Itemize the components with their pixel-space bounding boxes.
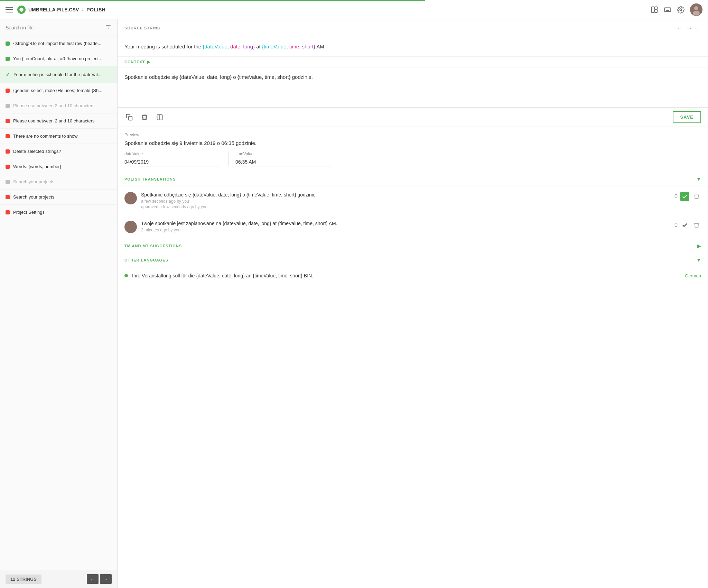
tm-mt-toggle-icon: ▶ xyxy=(697,243,701,249)
translation-entry-actions: 0 xyxy=(671,192,701,201)
string-list-item[interactable]: Please use between 2 and 10 characters xyxy=(0,98,117,113)
other-languages-list: Ihre Veranstaltung soll für die {dateVal… xyxy=(118,267,708,284)
string-item-text: You {itemCount, plural, =0 {have no proj… xyxy=(13,56,112,61)
translation-entry-actions: 0 xyxy=(671,221,701,230)
copy-source-button[interactable] xyxy=(124,112,134,122)
approve-button[interactable] xyxy=(680,192,689,201)
status-dot xyxy=(6,104,10,108)
breadcrumb-separator: › xyxy=(82,6,84,13)
translation-time: 2 minutes ago by you xyxy=(141,228,667,232)
status-dot xyxy=(6,42,10,46)
source-text-plain: Your meeting is scheduled for the xyxy=(124,44,203,49)
string-list-item[interactable]: Words: {words, number} xyxy=(0,159,117,174)
string-list-item[interactable]: You {itemCount, plural, =0 {have no proj… xyxy=(0,51,117,66)
strings-count: 12 STRINGS xyxy=(6,575,41,584)
svg-point-10 xyxy=(680,9,682,11)
translation-approval: approved a few seconds ago by you xyxy=(141,204,667,209)
string-list-item[interactable]: Search your projects xyxy=(0,174,117,190)
polish-translations-toggle-icon: ▼ xyxy=(696,176,701,182)
param-input[interactable] xyxy=(235,158,332,166)
string-item-text: Words: {words, number} xyxy=(13,164,112,169)
keyboard-icon[interactable] xyxy=(664,6,671,13)
delete-translation-button[interactable] xyxy=(692,192,701,201)
param-label: dateValue xyxy=(124,151,221,156)
source-text-variable: {timeValue, xyxy=(262,44,288,49)
source-string-text: Your meeting is scheduled for the {dateV… xyxy=(118,37,708,57)
string-item-text: Delete selected strings? xyxy=(13,149,112,154)
user-avatar[interactable] xyxy=(690,3,702,16)
string-list-item[interactable]: {gender, select, male {He uses} female {… xyxy=(0,83,117,98)
svg-point-0 xyxy=(19,8,24,12)
translation-entry-meta: a few seconds ago by you approved a few … xyxy=(141,199,667,209)
status-dot xyxy=(6,134,10,138)
translation-input[interactable]: Spotkanie odbędzie się {dateValue, date,… xyxy=(124,73,701,101)
string-list-item[interactable]: Search your projects xyxy=(0,190,117,205)
translation-entry: Spotkanie odbędzie się {dateValue, date,… xyxy=(118,186,708,215)
string-list-item[interactable]: Please use between 2 and 10 characters xyxy=(0,113,117,129)
status-dot xyxy=(6,180,10,184)
preview-section: Preview Spotkanie odbędzie się 9 kwietni… xyxy=(118,127,708,172)
sidebar: <strong>Do not import the first row (hea… xyxy=(0,19,118,588)
string-list-item[interactable]: Project Settings xyxy=(0,205,117,220)
search-input[interactable] xyxy=(6,25,102,30)
topbar: UMBRELLA-FILE.CSV › POLISH xyxy=(0,0,708,19)
translator-avatar xyxy=(124,192,137,204)
translation-entry-text: Twoje spotkanie jest zaplanowane na {dat… xyxy=(141,221,667,226)
translation-entry: Twoje spotkanie jest zaplanowane na {dat… xyxy=(118,215,708,239)
search-bar xyxy=(0,19,117,36)
more-options-icon[interactable]: ⋮ xyxy=(695,24,701,32)
prev-source-icon[interactable]: ← xyxy=(677,25,683,32)
source-text-variable: {dateValue, xyxy=(203,44,229,49)
prev-string-button[interactable]: ← xyxy=(87,574,99,584)
tm-mt-header[interactable]: TM AND MT SUGGESTIONS ▶ xyxy=(118,239,708,253)
delete-translation-button[interactable] xyxy=(140,112,149,122)
string-item-text: Please use between 2 and 10 characters xyxy=(13,118,112,123)
approve-button[interactable] xyxy=(680,221,689,230)
progress-bar xyxy=(0,0,425,1)
lang-tag[interactable]: German xyxy=(685,273,701,278)
logo xyxy=(17,6,26,14)
translation-area: Spotkanie odbędzie się {dateValue, date,… xyxy=(118,67,708,108)
settings-icon[interactable] xyxy=(677,6,684,13)
context-row[interactable]: CONTEXT ▶ xyxy=(118,57,708,67)
source-text-plain: AM. xyxy=(315,44,326,49)
status-dot xyxy=(6,89,10,93)
sidebar-footer: 12 STRINGS ← → xyxy=(0,570,117,588)
next-string-button[interactable]: → xyxy=(100,574,112,584)
string-item-text: Search your projects xyxy=(13,194,112,200)
lang-status-dot xyxy=(124,274,128,277)
context-expand-icon: ▶ xyxy=(147,59,150,64)
source-text-plain: at xyxy=(255,44,262,49)
param-label: timeValue xyxy=(235,151,332,156)
source-string-label: SOURCE STRING xyxy=(124,26,677,30)
polish-translations-label: POLISH TRANSLATIONS xyxy=(124,177,696,181)
string-item-text: Please use between 2 and 10 characters xyxy=(13,103,112,108)
next-source-icon[interactable]: → xyxy=(686,25,692,32)
string-list-item[interactable]: ✓Your meeting is scheduled for the {date… xyxy=(0,66,117,83)
other-languages-toggle-icon: ▼ xyxy=(696,257,701,263)
param-input[interactable] xyxy=(124,158,221,166)
layout-icon[interactable] xyxy=(651,6,658,13)
delete-translation-button[interactable] xyxy=(692,221,701,230)
preview-text: Spotkanie odbędzie się 9 kwietnia 2019 o… xyxy=(124,140,701,146)
string-item-text: <strong>Do not import the first row (hea… xyxy=(13,41,112,46)
other-lang-entry: Ihre Veranstaltung soll für die {dateVal… xyxy=(118,267,708,284)
svg-rect-1 xyxy=(652,7,654,12)
save-button[interactable]: SAVE xyxy=(673,111,701,123)
preview-label: Preview xyxy=(124,132,701,137)
string-list-item[interactable]: <strong>Do not import the first row (hea… xyxy=(0,36,117,51)
tm-mt-label: TM AND MT SUGGESTIONS xyxy=(124,244,697,248)
filter-icon[interactable] xyxy=(105,24,112,31)
svg-point-12 xyxy=(694,6,698,10)
other-languages-header[interactable]: OTHER LANGUAGES ▼ xyxy=(118,253,708,267)
split-view-button[interactable] xyxy=(155,112,165,122)
source-text-variable: long} xyxy=(243,44,255,49)
string-list-item[interactable]: Delete selected strings? xyxy=(0,144,117,159)
source-text-variable: time, xyxy=(289,44,301,49)
translation-time: a few seconds ago by you xyxy=(141,199,667,204)
content-panel: SOURCE STRING ← → ⋮ Your meeting is sche… xyxy=(118,19,708,588)
hamburger-menu[interactable] xyxy=(6,7,13,12)
polish-translations-header[interactable]: POLISH TRANSLATIONS ▼ xyxy=(118,172,708,186)
string-list-item[interactable]: There are no comments to show. xyxy=(0,129,117,144)
translator-avatar xyxy=(124,221,137,233)
